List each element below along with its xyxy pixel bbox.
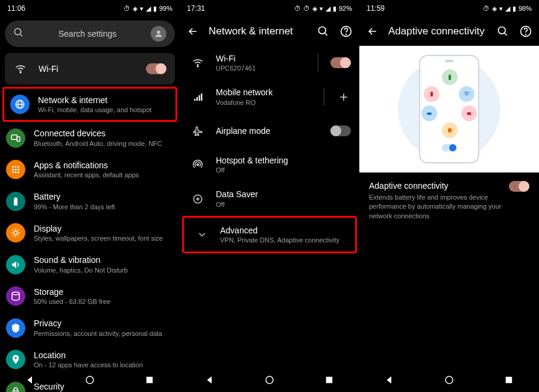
settings-row-storage[interactable]: Storage50% used - 63.82 GB free bbox=[0, 280, 180, 312]
svg-point-13 bbox=[17, 169, 19, 171]
row-sub: Assistant, recent apps, default apps bbox=[34, 171, 171, 179]
row-title: Display bbox=[34, 223, 171, 234]
back-nav[interactable] bbox=[25, 375, 36, 385]
row-sub: 99% - More than 2 days left bbox=[34, 203, 171, 211]
svg-rect-17 bbox=[14, 198, 17, 205]
wifi-toggle[interactable] bbox=[146, 63, 166, 74]
row-sub: Off bbox=[216, 166, 351, 174]
battery-bubble bbox=[442, 69, 458, 85]
toggle[interactable] bbox=[330, 57, 351, 68]
home-nav[interactable] bbox=[264, 375, 275, 385]
svg-rect-32 bbox=[199, 95, 200, 101]
help-icon[interactable] bbox=[519, 24, 533, 39]
svg-point-2 bbox=[157, 31, 160, 34]
row-title: Data Saver bbox=[216, 189, 351, 200]
help-icon[interactable] bbox=[339, 24, 353, 39]
recent-nav[interactable] bbox=[503, 375, 514, 385]
settings-row-wifi[interactable]: Wi-Fi bbox=[5, 53, 175, 84]
svg-point-16 bbox=[17, 171, 19, 173]
add-icon[interactable] bbox=[336, 91, 351, 103]
illustration-panel bbox=[359, 46, 539, 172]
back-nav[interactable] bbox=[204, 375, 215, 385]
svg-rect-49 bbox=[506, 377, 512, 384]
wifi-icon bbox=[11, 59, 30, 78]
row-title: Apps & notifications bbox=[34, 160, 171, 171]
svg-rect-43 bbox=[449, 75, 450, 75]
svg-rect-7 bbox=[17, 136, 20, 141]
row-title: Privacy bbox=[34, 318, 171, 329]
recent-nav[interactable] bbox=[324, 375, 335, 385]
sound-icon bbox=[6, 255, 25, 274]
row-title: Sound & vibration bbox=[34, 254, 171, 265]
network-row-datasaver[interactable]: Data SaverOff bbox=[180, 182, 359, 215]
svg-point-41 bbox=[526, 34, 526, 35]
back-icon[interactable] bbox=[365, 24, 380, 39]
svg-rect-42 bbox=[449, 75, 451, 80]
location-icon bbox=[6, 350, 25, 369]
row-sub: VPN, Private DNS, Adaptive connectivity bbox=[220, 236, 347, 244]
adaptive-setting-row[interactable]: Adaptive connectivity Extends battery li… bbox=[359, 172, 539, 229]
svg-point-20 bbox=[12, 292, 19, 295]
svg-point-21 bbox=[14, 357, 17, 359]
settings-row-apps[interactable]: Apps & notificationsAssistant, recent ap… bbox=[0, 154, 180, 185]
settings-main-screen: 11:06 ⏱◈▾◢▮ 99% Search settings Wi-FiNet… bbox=[0, 0, 180, 392]
svg-rect-33 bbox=[201, 93, 202, 101]
row-title: Battery bbox=[34, 191, 171, 202]
status-icons: ⏱◈▾◢▮ 98% bbox=[483, 5, 532, 13]
apps-icon bbox=[6, 160, 25, 179]
row-title: Advanced bbox=[220, 225, 347, 236]
car-bubble bbox=[461, 106, 477, 121]
search-icon[interactable] bbox=[496, 24, 510, 39]
row-title: Wi-Fi bbox=[216, 53, 306, 64]
svg-point-47 bbox=[470, 115, 471, 116]
network-row-expand[interactable]: AdvancedVPN, Private DNS, Adaptive conne… bbox=[182, 216, 357, 253]
network-list: Wi-FiUPC6207461Mobile networkVodafone RO… bbox=[180, 46, 359, 392]
storage-icon bbox=[6, 286, 25, 306]
settings-row-display[interactable]: DisplayStyles, wallpapers, screen timeou… bbox=[0, 217, 180, 248]
setting-title: Adaptive connectivity bbox=[369, 181, 502, 191]
clock: 17:31 bbox=[187, 4, 205, 13]
svg-point-46 bbox=[467, 115, 468, 116]
settings-row-devices[interactable]: Connected devicesBluetooth, Android Auto… bbox=[0, 122, 180, 153]
adaptive-toggle[interactable] bbox=[509, 181, 529, 192]
toggle[interactable] bbox=[330, 125, 351, 136]
settings-row-battery[interactable]: Battery99% - More than 2 days left bbox=[0, 185, 180, 217]
status-bar: 17:31 ⏱⏱◈▾◢▮ 92% bbox=[180, 0, 359, 17]
row-sub: UPC6207461 bbox=[216, 64, 306, 72]
network-row-wifi[interactable]: Wi-FiUPC6207461 bbox=[180, 46, 359, 80]
svg-point-38 bbox=[499, 27, 506, 34]
phone-illustration bbox=[419, 55, 479, 163]
status-bar: 11:59 ⏱◈▾◢▮ 98% bbox=[359, 0, 539, 17]
svg-point-14 bbox=[12, 171, 14, 173]
search-icon[interactable] bbox=[316, 24, 330, 39]
row-sub: Off bbox=[216, 200, 351, 209]
svg-point-11 bbox=[12, 169, 14, 171]
profile-avatar[interactable] bbox=[151, 26, 166, 42]
clock: 11:06 bbox=[7, 4, 25, 13]
network-row-hotspot[interactable]: Hotspot & tetheringOff bbox=[180, 148, 359, 182]
globe-icon bbox=[10, 95, 30, 114]
header-title: Network & internet bbox=[209, 25, 307, 37]
status-icons: ⏱⏱◈▾◢▮ 92% bbox=[294, 5, 352, 13]
svg-point-9 bbox=[15, 166, 17, 168]
network-row-signal[interactable]: Mobile networkVodafone RO bbox=[180, 80, 359, 113]
privacy-icon bbox=[6, 318, 25, 338]
row-title: Hotspot & tethering bbox=[216, 155, 351, 166]
screen-header: Adaptive connectivity bbox=[359, 17, 539, 46]
status-icons: ⏱◈▾◢▮ 99% bbox=[124, 5, 172, 13]
svg-rect-37 bbox=[326, 377, 333, 384]
home-nav[interactable] bbox=[444, 375, 455, 385]
svg-point-10 bbox=[17, 166, 19, 168]
recent-nav[interactable] bbox=[144, 375, 155, 385]
settings-row-globe[interactable]: Network & internetWi-Fi, mobile, data us… bbox=[2, 87, 177, 122]
back-icon[interactable] bbox=[186, 24, 200, 39]
svg-point-48 bbox=[446, 376, 453, 384]
svg-point-12 bbox=[15, 169, 17, 171]
home-nav[interactable] bbox=[84, 375, 95, 385]
home-bubble bbox=[442, 122, 458, 138]
settings-row-privacy[interactable]: PrivacyPermissions, account activity, pe… bbox=[0, 312, 180, 343]
search-settings-bar[interactable]: Search settings bbox=[5, 21, 175, 47]
network-row-plane[interactable]: Airplane mode bbox=[180, 114, 359, 148]
back-nav[interactable] bbox=[384, 375, 395, 385]
settings-row-sound[interactable]: Sound & vibrationVolume, haptics, Do Not… bbox=[0, 248, 180, 280]
